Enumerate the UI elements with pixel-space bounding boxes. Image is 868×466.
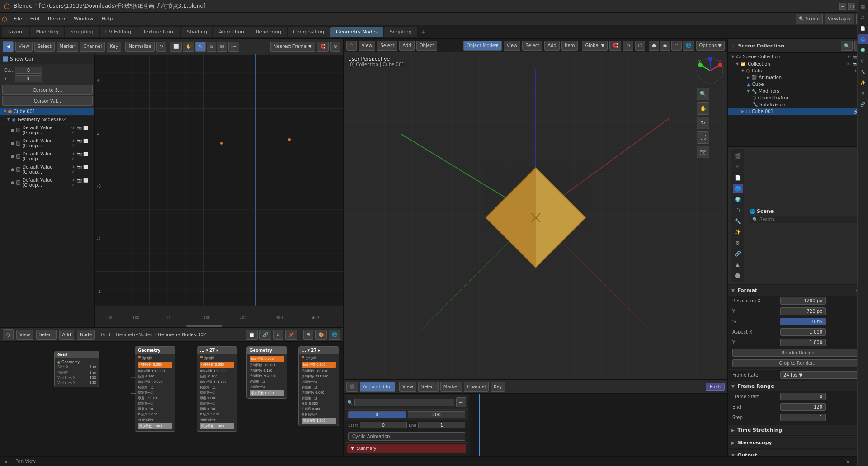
pni-6[interactable]: ⬡ [858,56,868,66]
vp-snap-btn[interactable]: 🧲 [609,41,621,51]
minimize-button[interactable]: − [839,3,846,10]
node-mid2[interactable]: ... ▾ 27 ▸ 仿制样 仿制样数 0.000 仿制样数 180.000 位… [197,346,237,432]
props-render-icon[interactable]: 🎬 [733,151,743,161]
geo-close-btn[interactable]: ✕ [273,330,283,340]
ae-expand-btn[interactable]: ↔ [456,397,466,407]
tool-cursor-btn[interactable]: ↖ [195,42,205,52]
node-mid3[interactable]: Geometry 仿制样数 0.000 仿制样数 180.000 仿制样数 0.… [246,346,287,399]
ae-current-frame[interactable]: 0 [348,411,406,418]
tab-modeling[interactable]: Modeling [30,27,64,37]
menu-render[interactable]: Render [44,14,69,23]
ae-view-menu[interactable]: View [399,382,416,392]
nearest-frame-dropdown[interactable]: Nearest Frame ▼ [270,42,315,52]
channel-menu[interactable]: Channel [80,42,105,52]
object-mode-dropdown[interactable]: Object Mode ▼ [463,41,502,51]
vp-overlay-btn[interactable]: ⊙ [623,41,633,51]
tab-rendering[interactable]: Rendering [250,27,287,37]
ae-marker-menu[interactable]: Marker [440,382,462,392]
action-timeline[interactable] [470,394,727,456]
menu-edit[interactable]: Edit [27,14,43,23]
tree-animation[interactable]: ▶ 🎬 Animation [728,74,868,81]
vp-zoom-btn[interactable]: 🔍 [697,88,709,100]
tab-sculpting[interactable]: Sculpting [65,27,99,37]
view-layer-selector[interactable]: ViewLayer [825,14,854,24]
crop-render-btn[interactable]: Crop to Render... [732,359,863,367]
geo-select-menu[interactable]: Select [36,330,57,340]
props-material-icon[interactable]: ⬤ [733,270,743,280]
tool-filter-btn[interactable]: ⧉ [207,42,216,52]
ae-key-menu[interactable]: Key [491,382,505,392]
ae-select-menu[interactable]: Select [418,382,439,392]
outliner-defval4[interactable]: ● Default Value (Group... 👁 📷 ⬜ ✔ [0,163,94,176]
render-mode-btn[interactable]: ○ [671,41,682,51]
frame-range-header[interactable]: ▼ Frame Range [728,381,868,391]
geo-bc-item2[interactable]: GeometryNodes [116,332,152,337]
props-world-icon[interactable]: 🌍 [733,194,743,204]
fstep-input[interactable]: 1 [780,414,826,421]
cursor-value-btn[interactable]: Cursor Val... [2,96,93,106]
outliner-defval5[interactable]: ● Default Value (Group... 👁 📷 ⬜ ✔ [0,176,94,189]
geo-tool1[interactable]: ⊞ [303,330,313,340]
node-grid[interactable]: Grid Geometry Size X1 m 仿制样1 m Vertices … [54,351,99,387]
h-scrollbar[interactable] [95,324,343,327]
ae-channel-menu[interactable]: Channel [464,382,489,392]
snap-btn[interactable]: 🧲 [317,42,329,52]
geo-tool3[interactable]: 🌐 [329,330,340,340]
tree-cube-mesh[interactable]: ▲ Cube 🔗 [728,81,868,88]
tree-collection[interactable]: ▼ 📁 Collection 👁📷⬜ [728,61,868,67]
vp-view-btn2[interactable]: View [504,41,521,51]
panel-toggle[interactable]: ◀ [3,41,14,52]
vp-mode-btn[interactable]: ⬡ [346,41,357,51]
mat-mode-btn[interactable]: ◉ [660,41,670,51]
props-modifier-icon[interactable]: 🔧 [733,216,743,226]
global-local-btn[interactable]: Global ▼ [582,41,608,51]
tool-box-btn[interactable]: ⬜ [170,42,182,52]
menu-window[interactable]: Window [70,14,97,23]
key-menu[interactable]: Key [107,42,121,52]
menu-help[interactable]: Help [98,14,117,23]
tab-uv-editing[interactable]: UV Editing [100,27,137,37]
pni-8[interactable]: ✨ [858,78,868,88]
props-physics-icon[interactable]: ⚙ [733,238,743,248]
asp-y-input[interactable]: 1.000 [780,339,826,346]
cursor-x-input[interactable] [15,67,42,74]
vp-item-btn[interactable]: Item [561,41,578,51]
props-scene-icon[interactable]: 🌐 [733,184,743,193]
props-search-input[interactable] [760,217,858,222]
props-object-icon[interactable]: ⬡ [733,205,743,215]
cursor-to-selected-btn[interactable]: Cursor to S... [2,85,93,95]
options-btn[interactable]: Options ▼ [696,41,725,51]
h-scrollbar-thumb[interactable] [186,325,222,327]
geo-add-menu[interactable]: Add [59,330,74,340]
pni-4[interactable]: 🌐 [858,39,868,44]
geo-pin-btn[interactable]: 📌 [285,330,297,340]
tool-filter2-btn[interactable]: ▥ [217,42,227,52]
outliner-defval1[interactable]: ● Default Value (Group... 👁 📷 ⬜ ✔ [0,124,94,137]
ae-push-btn[interactable]: Push [706,383,725,391]
props-output-icon[interactable]: 🖨 [733,162,743,172]
show-cursor-checkbox[interactable] [3,56,8,62]
outliner-geonodes002[interactable]: ▼ ◉ Geometry Nodes.002 [0,116,94,124]
geo-node-menu[interactable]: Node [77,330,95,340]
res-y-input[interactable]: 720 px [780,307,826,315]
fstart-input[interactable]: 0 [780,393,826,400]
viewport-gizmo[interactable]: X Y Z [697,57,724,84]
cursor-y-input[interactable] [15,75,42,82]
tree-modifiers[interactable]: ▼ 🔧 Modifiers [728,88,868,94]
pni-7[interactable]: 🔧 [858,67,868,77]
normalize-btn[interactable]: Normalize [125,42,154,52]
geo-bc-item1[interactable]: Grid [101,332,110,337]
marker-menu[interactable]: Marker [57,42,79,52]
scene-selector[interactable]: 🔍 Scene [796,14,823,24]
ae-title[interactable]: Action Editor [360,382,395,392]
tab-shading[interactable]: Shading [181,27,212,37]
ae-icon[interactable]: 🎬 [346,382,358,392]
output-section-header[interactable]: ▼ Output [728,450,868,456]
render-region-btn[interactable]: Render Region [732,349,863,357]
ae-search-input[interactable] [354,399,454,406]
res-x-input[interactable]: 1280 px [780,297,826,305]
tree-subdivision[interactable]: 🔧 Subdivision [728,101,868,108]
geo-panel-icon[interactable]: ⬡ [3,329,14,340]
tab-animation[interactable]: Animation [213,27,250,37]
geo-nodes-canvas[interactable]: Grid Geometry Size X1 m 仿制样1 m Vertices … [0,342,343,456]
